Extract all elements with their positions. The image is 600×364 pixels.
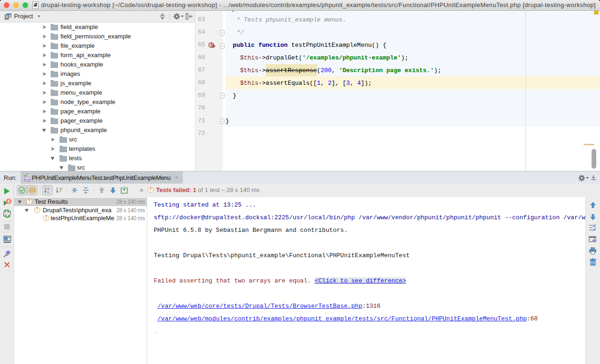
svg-text:php: php (25, 178, 30, 181)
svg-text:z: z (47, 191, 49, 194)
svg-text:a: a (47, 187, 49, 190)
